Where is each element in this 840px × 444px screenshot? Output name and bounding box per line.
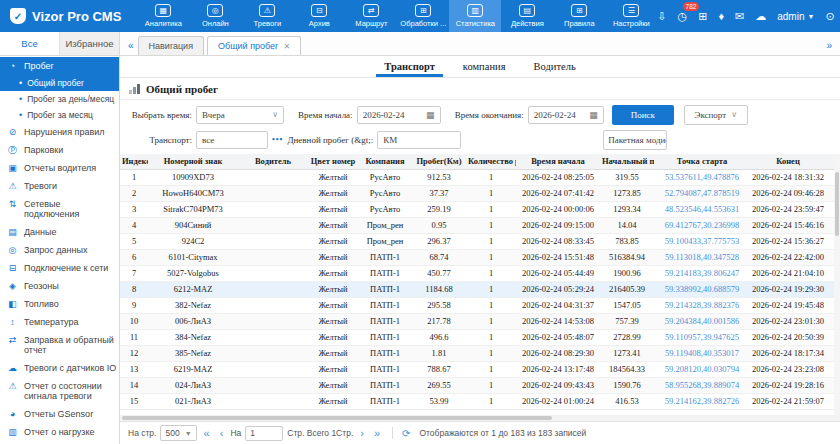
start-point-link[interactable]: 59.338992,40.688579 — [654, 281, 750, 297]
last-page-icon[interactable]: » — [371, 427, 383, 439]
more-options-icon[interactable]: ••• — [272, 135, 283, 144]
logout-power-icon[interactable]: ⊙ — [825, 10, 834, 23]
table-row[interactable]: 9382-NefazЖелтыйПАТП-1295.5812026-02-24 … — [120, 297, 840, 313]
daily-mileage-input[interactable]: КМ — [377, 131, 461, 149]
start-point-link[interactable]: 59.208120,40.030794 — [654, 361, 750, 377]
sidebar-item-rule-violations[interactable]: ⊘Нарушения правил — [0, 123, 119, 141]
page-input[interactable]: 1 — [245, 426, 283, 441]
sidebar-item-load-report[interactable]: ▥Отчет о нагрузке — [0, 423, 119, 441]
nav-item-rules[interactable]: ⊞Правила — [553, 0, 605, 32]
table-row[interactable]: 10006-ЛиАЗЖелтыйПАТП-1217.7812026-02-24 … — [120, 313, 840, 329]
end-date-input[interactable]: 2026-02-24 ▦ — [528, 106, 604, 124]
start-point-link[interactable]: 59.214328,39.882376 — [654, 297, 750, 313]
sidebar-item-refuel-report[interactable]: ⇄Заправка и обратный отчет — [0, 331, 119, 359]
column-header[interactable]: Компания — [358, 154, 412, 169]
view-tab-company[interactable]: компания — [463, 56, 506, 77]
tab-total-mileage[interactable]: Общий пробег ✕ — [207, 36, 301, 55]
table-row[interactable]: 11384-NefazЖелтыйПАТП-1496.612026-02-24 … — [120, 329, 840, 345]
column-header[interactable]: Цвет номер — [308, 154, 358, 169]
table-row[interactable]: 15021-ЛиАЗЖелтыйПАТП-153.9912026-02-24 0… — [120, 393, 840, 409]
scroll-tabs-right-icon[interactable]: » — [822, 40, 836, 55]
sidebar-item-alarm-status[interactable]: ⚠Отчет о состоянии сигнала тревоги — [0, 377, 119, 405]
refresh-icon[interactable]: ⟳ — [402, 428, 410, 439]
first-page-icon[interactable]: « — [201, 427, 213, 439]
nav-item-actions[interactable]: ▤Действия — [501, 0, 553, 32]
column-header[interactable]: Водитель — [238, 154, 308, 169]
start-point-link[interactable]: 59.113018,40.347528 — [654, 249, 750, 265]
table-row[interactable]: 136219-MAZЖелтыйПАТП-1788.6712026-02-24 … — [120, 361, 840, 377]
export-button[interactable]: Экспорт ∨ — [684, 105, 748, 125]
tab-navigation[interactable]: Навигация — [138, 36, 204, 55]
start-point-link[interactable]: 53.537611,49.478876 — [654, 169, 750, 185]
table-row[interactable]: 14024-ЛиАЗЖелтыйПАТП-1269.5512026-02-24 … — [120, 377, 840, 393]
table-row[interactable]: 86212-MAZЖелтыйПАТП-11184.6812026-02-24 … — [120, 281, 840, 297]
scroll-tabs-left-icon[interactable]: « — [124, 40, 138, 55]
start-point-link[interactable]: 59.214183,39.806247 — [654, 265, 750, 281]
start-point-link[interactable]: 59.110957,39.947625 — [654, 329, 750, 345]
sidebar-item-temperature[interactable]: ↕Температура — [0, 313, 119, 331]
start-point-link[interactable]: 69.412767,30.236998 — [654, 217, 750, 233]
sidebar-item-geozones[interactable]: ◈Геозоны — [0, 277, 119, 295]
batch-modify-button[interactable]: Пакетная модификац — [603, 130, 667, 150]
nav-item-analytics[interactable]: ▦Аналитика — [137, 0, 189, 32]
sidebar-tab-favorites[interactable]: Избранное — [59, 32, 119, 55]
sidebar-subitem-day-month-mileage[interactable]: •Пробег за день/месяц — [0, 91, 119, 107]
prev-page-icon[interactable]: ‹ — [217, 427, 227, 439]
start-point-link[interactable]: 59.214162,39.882726 — [654, 393, 750, 409]
nav-item-alarms[interactable]: ⚠Тревоги — [241, 0, 293, 32]
next-page-icon[interactable]: › — [357, 427, 367, 439]
view-tab-driver[interactable]: Водитель — [533, 56, 575, 77]
nav-item-statistics[interactable]: ▥Статистика — [449, 0, 501, 32]
table-row[interactable]: 66101-CitymaxЖелтыйПАТП-168.7412026-02-2… — [120, 249, 840, 265]
nav-item-route[interactable]: ⇄Маршрут — [345, 0, 397, 32]
view-tab-transport[interactable]: Транспорт — [384, 56, 435, 77]
column-header[interactable]: Точка старта — [654, 154, 750, 169]
start-point-link[interactable]: 59.100433,37.775753 — [654, 233, 750, 249]
table-row[interactable]: 75027-VolgobusЖелтыйПАТП-1450.7712026-02… — [120, 265, 840, 281]
sidebar-subitem-total-mileage[interactable]: •Общий пробег — [0, 75, 119, 91]
nav-item-processing[interactable]: ⊞Обработки ... — [397, 0, 449, 32]
vertical-scrollbar-thumb[interactable] — [835, 172, 839, 236]
sidebar-item-fuel[interactable]: ◧Топливо — [0, 295, 119, 313]
sidebar-item-driver-reports[interactable]: ▣Отчеты водителя — [0, 159, 119, 177]
column-header[interactable]: Время начала — [516, 154, 600, 169]
transport-input[interactable]: все — [196, 131, 268, 149]
sidebar-item-data-request[interactable]: ◎Запрос данных — [0, 241, 119, 259]
column-header[interactable]: Номерной знак — [148, 154, 238, 169]
close-tab-icon[interactable]: ✕ — [283, 42, 290, 51]
table-row[interactable]: 12385-NefazЖелтыйПАТП-11.8112026-02-24 0… — [120, 345, 840, 361]
start-date-input[interactable]: 2026-02-24 ▦ — [357, 106, 441, 124]
column-header[interactable]: Индекс — [120, 154, 148, 169]
table-row[interactable]: 5924C2ЖелтыйПром_рен296.3712026-02-24 08… — [120, 233, 840, 249]
start-point-link[interactable]: 58.955268,39.889074 — [654, 377, 750, 393]
per-page-select[interactable]: 500 ▼ — [160, 425, 196, 441]
sidebar-item-net-connection[interactable]: ⊟Подключение к сети — [0, 259, 119, 277]
sidebar-item-gsensor-reports[interactable]: ◕Отчеты GSensor — [0, 405, 119, 423]
start-point-link[interactable]: 59.204384,40.001586 — [654, 313, 750, 329]
table-row[interactable]: 4904СинийЖелтыйПром_рен0.9512026-02-24 0… — [120, 217, 840, 233]
sidebar-item-parking[interactable]: ⓅПарковки — [0, 141, 119, 159]
nav-item-archive[interactable]: ⊟Архив — [293, 0, 345, 32]
column-header[interactable]: Пробег(Км) — [412, 154, 466, 169]
calendar-icon[interactable]: ▦ — [426, 110, 435, 120]
mail-icon[interactable]: ✉ — [735, 10, 744, 22]
sidebar-item-mileage[interactable]: ◔Пробег — [0, 57, 119, 75]
user-menu[interactable]: admin ▼ — [777, 11, 814, 22]
table-row[interactable]: 3SitrakC704PM73ЖелтыйРусАвто259.1912026-… — [120, 201, 840, 217]
sidebar-item-io-alerts[interactable]: ☁Тревоги с датчиков IO — [0, 359, 119, 377]
start-point-link[interactable]: 52.794087,47.878519 — [654, 185, 750, 201]
calendar-icon[interactable]: ▦ — [589, 110, 598, 120]
apps-grid-icon[interactable]: ⊞ — [698, 10, 707, 22]
time-preset-select[interactable]: Вчера ∨ — [196, 106, 284, 124]
horizontal-scrollbar-thumb[interactable] — [122, 416, 552, 420]
sidebar-item-data[interactable]: ▤Данные — [0, 223, 119, 241]
sidebar-subitem-month-mileage[interactable]: •Пробег за месяц — [0, 107, 119, 123]
table-row[interactable]: 2HowoH640CM73ЖелтыйРусАвто37.3712026-02-… — [120, 185, 840, 201]
column-header[interactable]: Начальный пробег — [600, 154, 654, 169]
download-icon[interactable]: ⇩ — [657, 10, 666, 22]
vertical-scrollbar[interactable] — [834, 154, 840, 415]
start-point-link[interactable]: 59.119408,40.353017 — [654, 345, 750, 361]
nav-item-settings[interactable]: ☰Настройки — [605, 0, 657, 32]
horizontal-scrollbar[interactable] — [120, 415, 840, 421]
start-point-link[interactable]: 48.523546,44.553631 — [654, 201, 750, 217]
